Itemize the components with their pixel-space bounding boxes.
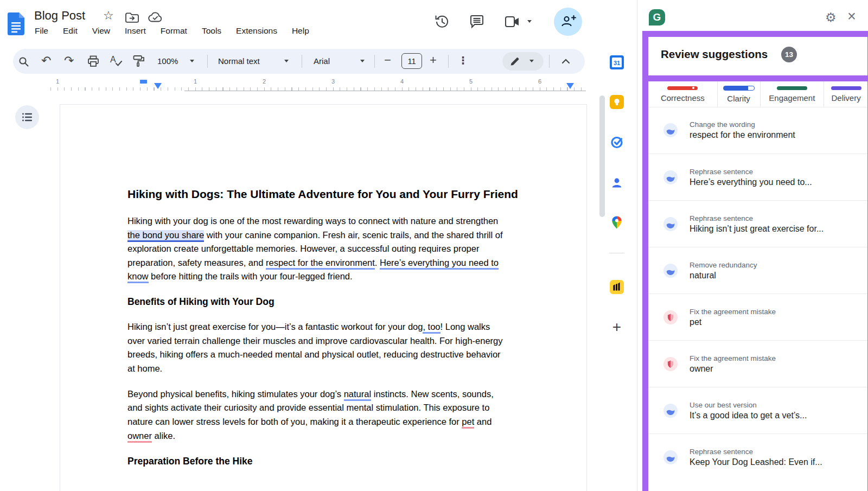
add-icon[interactable]: + xyxy=(610,320,624,334)
miro-icon[interactable] xyxy=(610,280,624,294)
suggestion-item[interactable]: Rephrase sentenceKeep Your Dog Leashed: … xyxy=(648,433,868,480)
maps-icon[interactable] xyxy=(610,215,624,229)
doc-block-heading: Benefits of Hiking with Your Dog xyxy=(127,295,586,308)
menu-extensions[interactable]: Extensions xyxy=(236,26,277,36)
calendar-icon[interactable]: 31 xyxy=(610,55,624,69)
paragraph-style-select[interactable]: Normal text xyxy=(218,56,260,66)
suggestion-text: owner xyxy=(690,364,776,374)
tab-clarity[interactable]: Clarity xyxy=(718,81,760,107)
suggestion-item[interactable]: Fix the agreement mistakepet xyxy=(648,294,868,340)
font-family-select[interactable]: Arial xyxy=(314,56,330,66)
cloud-saved-icon[interactable] xyxy=(148,11,163,25)
progress-notch xyxy=(692,87,694,89)
review-suggestions-title: Review suggestions xyxy=(661,48,768,61)
style-caret-icon[interactable] xyxy=(284,60,289,62)
suggestion-category: Rephrase sentence xyxy=(690,448,822,456)
delivery-progress-bar xyxy=(831,86,861,90)
move-to-folder-icon[interactable] xyxy=(125,11,139,25)
suggestion-category: Change the wording xyxy=(690,120,795,129)
zoom-select[interactable]: 100% xyxy=(157,56,178,66)
tab-engagement[interactable]: Engagement xyxy=(761,81,824,107)
person-add-icon xyxy=(560,14,576,30)
font-size-input[interactable]: 11 xyxy=(401,53,422,69)
decrease-font-size-button[interactable]: − xyxy=(384,54,391,66)
doc-block-para: Beyond physical benefits, hiking stimula… xyxy=(127,387,586,443)
screen: Blog Post ☆ FileEditViewInsertFormatTool… xyxy=(0,0,868,491)
editing-mode-caret-icon[interactable] xyxy=(529,60,534,62)
spellcheck-icon[interactable]: A xyxy=(110,55,123,68)
meet-video-icon[interactable] xyxy=(505,15,521,31)
close-panel-icon[interactable]: × xyxy=(847,9,856,24)
undo-icon[interactable]: ↶ xyxy=(41,55,51,67)
tab-label: Correctness xyxy=(661,93,705,103)
suggestion-underline-blue[interactable]: , too xyxy=(423,322,440,334)
suggestion-item[interactable]: Change the wordingrespect for the enviro… xyxy=(648,107,868,154)
increase-font-size-button[interactable]: + xyxy=(430,54,437,66)
collapse-menus-chevron-icon[interactable] xyxy=(560,56,572,67)
more-options-kebab-icon[interactable]: ⋮ xyxy=(458,55,468,66)
clarity-suggestion-icon xyxy=(663,123,678,137)
suggestion-underline-red[interactable]: pet xyxy=(462,417,474,429)
menu-insert[interactable]: Insert xyxy=(125,26,146,36)
suggestion-item[interactable]: Rephrase sentenceHere’s everything you n… xyxy=(648,154,868,200)
suggestion-item[interactable]: Use our best versionIt’s a good idea to … xyxy=(648,387,868,433)
doc-text: Preparation Before the Hike xyxy=(127,456,252,467)
menu-help[interactable]: Help xyxy=(292,26,309,36)
toolbar-separator xyxy=(374,55,375,68)
tab-delivery[interactable]: Delivery xyxy=(824,81,868,107)
ruler-margin-line xyxy=(184,91,586,91)
suggestion-underline-hl[interactable]: the bond you share xyxy=(127,230,204,242)
correctness-progress-bar xyxy=(667,86,698,90)
zoom-caret-icon[interactable] xyxy=(190,60,194,62)
paint-format-icon[interactable] xyxy=(132,54,145,70)
menu-view[interactable]: View xyxy=(92,26,110,36)
ruler[interactable]: 1123456 xyxy=(0,77,594,92)
keep-icon[interactable] xyxy=(610,95,624,109)
star-icon[interactable]: ☆ xyxy=(103,10,114,22)
font-caret-icon[interactable] xyxy=(360,60,365,62)
suggestion-text: Keep Your Dog Leashed: Even if... xyxy=(690,457,822,467)
tab-label: Engagement xyxy=(769,93,815,103)
show-document-outline-button[interactable] xyxy=(15,105,39,129)
comment-icon[interactable] xyxy=(469,14,485,32)
suggestion-item[interactable]: Fix the agreement mistakeowner xyxy=(648,340,868,387)
first-line-indent-marker[interactable] xyxy=(140,80,147,84)
print-icon[interactable] xyxy=(87,55,100,70)
menu-format[interactable]: Format xyxy=(161,26,187,36)
clarity-suggestion-icon xyxy=(663,404,678,418)
contacts-icon[interactable] xyxy=(610,176,624,190)
share-button[interactable] xyxy=(554,8,582,36)
doc-text: and xyxy=(474,417,492,426)
suggestion-item[interactable]: Rephrase sentenceHiking isn’t just great… xyxy=(648,200,868,247)
menu-edit[interactable]: Edit xyxy=(63,26,78,36)
clarity-suggestion-icon xyxy=(663,264,678,278)
version-history-icon[interactable] xyxy=(434,14,450,32)
toolbar-separator xyxy=(549,55,550,68)
grammarly-tabs: CorrectnessClarityEngagementDelivery xyxy=(648,81,868,107)
left-indent-marker[interactable] xyxy=(154,83,162,89)
right-indent-marker[interactable] xyxy=(566,83,574,89)
redo-icon[interactable]: ↷ xyxy=(64,55,74,67)
document-title[interactable]: Blog Post xyxy=(34,9,85,23)
grammarly-suggestion-list: Change the wordingrespect for the enviro… xyxy=(648,107,868,480)
suggestion-underline-blue[interactable]: respect for the environment xyxy=(266,258,375,270)
toolbar-separator xyxy=(448,55,449,68)
tab-correctness[interactable]: Correctness xyxy=(648,81,717,107)
tasks-icon[interactable] xyxy=(610,135,624,149)
meet-dropdown-caret-icon[interactable] xyxy=(527,20,532,23)
suggestion-item[interactable]: Remove redundancynatural xyxy=(648,247,868,294)
suggestion-underline-red[interactable]: owner xyxy=(127,431,152,443)
google-docs-logo-icon[interactable] xyxy=(8,12,24,37)
document-scrollbar[interactable] xyxy=(599,95,605,217)
document-page[interactable]: Hiking with Dogs: The Ultimate Adventure… xyxy=(60,104,587,491)
suggestion-text: respect for the environment xyxy=(690,130,795,140)
menu-file[interactable]: File xyxy=(35,26,48,36)
search-icon[interactable] xyxy=(17,55,30,70)
suggestion-underline-blue[interactable]: natural xyxy=(344,389,371,401)
tab-label: Clarity xyxy=(727,94,750,103)
ruler-number: 6 xyxy=(538,78,541,85)
doc-block-title: Hiking with Dogs: The Ultimate Adventure… xyxy=(127,187,586,201)
pencil-icon[interactable] xyxy=(509,55,521,69)
settings-gear-icon[interactable]: ⚙ xyxy=(825,11,837,24)
menu-tools[interactable]: Tools xyxy=(202,26,221,36)
